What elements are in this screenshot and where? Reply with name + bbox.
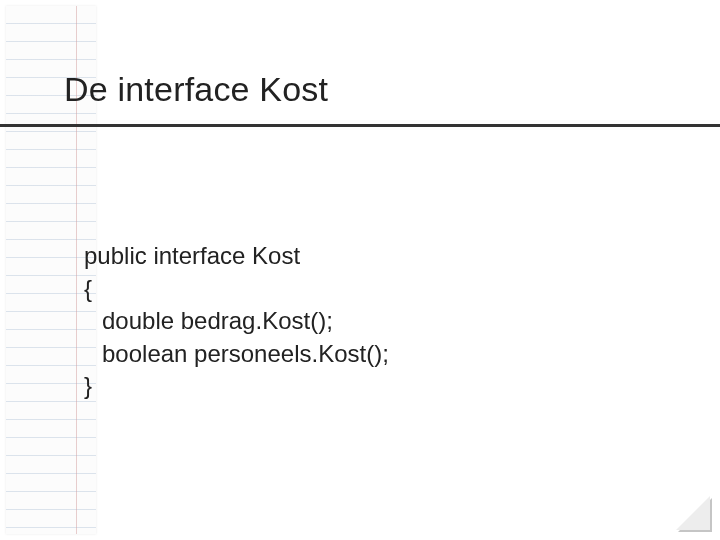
page-curl-icon — [678, 498, 712, 532]
code-line-1: public interface Kost — [84, 242, 300, 269]
slide-title: De interface Kost — [64, 70, 328, 109]
code-line-3: double bedrag.Kost(); — [102, 307, 333, 334]
title-underline — [0, 124, 720, 127]
code-line-2: { — [84, 275, 92, 302]
code-block: public interface Kost { double bedrag.Ko… — [84, 208, 389, 435]
code-line-5: } — [84, 372, 92, 399]
slide: De interface Kost public interface Kost … — [0, 0, 720, 540]
code-line-4: boolean personeels.Kost(); — [102, 340, 389, 367]
